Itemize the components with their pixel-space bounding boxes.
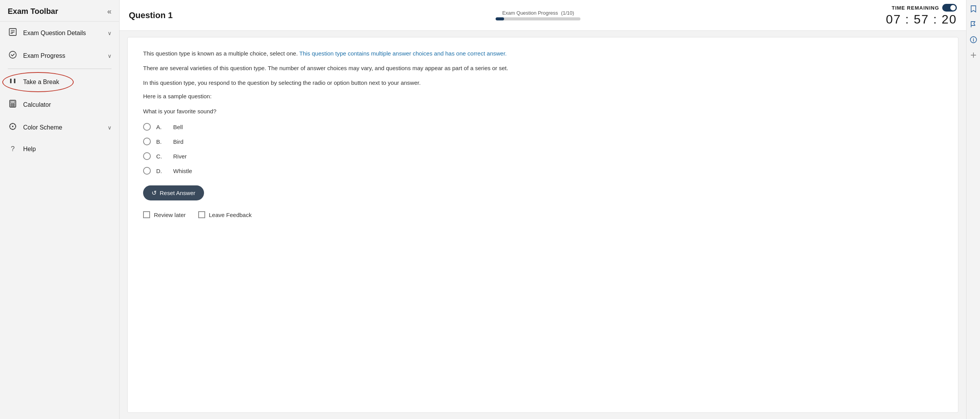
svg-point-15 <box>12 126 13 127</box>
option-c-text: River <box>173 153 187 160</box>
svg-line-22 <box>14 125 15 125</box>
option-a-radio[interactable] <box>143 123 151 131</box>
option-c[interactable]: C. River <box>143 152 943 160</box>
sidebar-item-calculator[interactable]: Calculator <box>0 93 119 116</box>
exam-question-details-chevron: ∨ <box>108 30 111 36</box>
progress-bar-track <box>496 17 580 20</box>
option-b-radio[interactable] <box>143 138 151 145</box>
svg-line-20 <box>11 125 11 125</box>
svg-rect-5 <box>14 79 15 83</box>
reset-answer-button[interactable]: ↺ Reset Answer <box>143 185 204 200</box>
svg-rect-11 <box>11 105 12 106</box>
svg-line-21 <box>14 128 15 128</box>
option-a-label: A. <box>156 124 168 130</box>
review-later-label: Review later <box>154 212 186 218</box>
svg-rect-10 <box>14 104 15 105</box>
option-a-text: Bell <box>173 124 183 130</box>
svg-line-23 <box>11 128 11 128</box>
collapse-icon[interactable]: « <box>107 7 111 16</box>
sidebar-title: Exam Toolbar <box>8 7 58 16</box>
sidebar-item-help[interactable]: ? Help <box>0 139 119 159</box>
svg-rect-13 <box>14 105 15 106</box>
option-b-label: B. <box>156 138 168 145</box>
plus-icon[interactable] <box>968 50 978 60</box>
sample-intro: Here is a sample question: <box>143 93 943 99</box>
svg-point-26 <box>973 38 974 39</box>
bookmark-icon[interactable] <box>968 4 978 14</box>
question-area: This question type is known as a multipl… <box>127 37 958 413</box>
review-later-checkbox[interactable] <box>143 211 150 218</box>
take-a-break-label: Take a Break <box>23 79 111 86</box>
color-scheme-icon <box>8 122 18 133</box>
svg-rect-4 <box>10 79 12 83</box>
question-instruction-2: There are several varieties of this ques… <box>143 64 943 73</box>
review-later-item[interactable]: Review later <box>143 211 186 218</box>
svg-rect-12 <box>12 105 13 106</box>
question-instruction-3: In this question type, you respond to th… <box>143 78 943 88</box>
question-title: Question 1 <box>129 10 191 20</box>
top-bar: Question 1 Exam Question Progress (1/10)… <box>120 0 966 31</box>
bottom-row: Review later Leave Feedback <box>143 211 943 218</box>
progress-label-row: Exam Question Progress (1/10) <box>502 10 574 16</box>
time-value: 07 : 57 : 20 <box>886 12 957 27</box>
take-a-break-icon <box>8 77 18 87</box>
leave-feedback-checkbox[interactable] <box>198 211 205 218</box>
time-area: TIME REMAINING 07 : 57 : 20 <box>886 4 957 27</box>
leave-feedback-item[interactable]: Leave Feedback <box>198 211 252 218</box>
sidebar-header: Exam Toolbar « <box>0 0 119 22</box>
exam-progress-chevron: ∨ <box>108 53 111 59</box>
question-instruction-1: This question type is known as a multipl… <box>143 49 943 58</box>
svg-rect-7 <box>11 101 15 103</box>
time-label-row: TIME REMAINING <box>892 4 957 12</box>
info-icon[interactable] <box>968 35 978 45</box>
reset-icon: ↺ <box>152 189 157 197</box>
exam-question-details-label: Exam Question Details <box>23 30 102 37</box>
sidebar: Exam Toolbar « Exam Question Details ∨ E… <box>0 0 120 419</box>
sidebar-item-exam-progress[interactable]: Exam Progress ∨ <box>0 44 119 67</box>
color-scheme-label: Color Scheme <box>23 124 102 131</box>
sidebar-item-exam-question-details[interactable]: Exam Question Details ∨ <box>0 22 119 44</box>
flag-icon[interactable] <box>968 19 978 29</box>
progress-fraction: (1/10) <box>561 10 574 16</box>
progress-bar-fill <box>496 17 504 20</box>
option-d-label: D. <box>156 168 168 174</box>
color-scheme-chevron: ∨ <box>108 125 111 131</box>
calculator-icon <box>8 99 18 110</box>
sidebar-item-take-a-break[interactable]: Take a Break <box>0 71 119 93</box>
sidebar-item-color-scheme[interactable]: Color Scheme ∨ <box>0 116 119 139</box>
exam-progress-icon <box>8 50 18 61</box>
time-toggle[interactable] <box>942 4 957 12</box>
main-content: Question 1 Exam Question Progress (1/10)… <box>120 0 966 419</box>
exam-question-details-icon <box>8 28 18 38</box>
progress-label-text: Exam Question Progress <box>502 10 558 16</box>
option-d[interactable]: D. Whistle <box>143 167 943 175</box>
question-text: What is your favorite sound? <box>143 108 943 114</box>
option-c-radio[interactable] <box>143 152 151 160</box>
calculator-label: Calculator <box>23 101 111 108</box>
sidebar-divider <box>8 69 111 69</box>
leave-feedback-label: Leave Feedback <box>209 212 252 218</box>
option-b-text: Bird <box>173 138 184 145</box>
option-a[interactable]: A. Bell <box>143 123 943 131</box>
svg-rect-9 <box>12 104 13 105</box>
svg-point-3 <box>9 51 16 58</box>
progress-area: Exam Question Progress (1/10) <box>198 10 878 20</box>
option-d-text: Whistle <box>173 168 192 174</box>
option-d-radio[interactable] <box>143 167 151 175</box>
help-icon: ? <box>8 145 18 153</box>
option-b[interactable]: B. Bird <box>143 138 943 145</box>
options-list: A. Bell B. Bird C. River D. Whistle <box>143 123 943 175</box>
time-label: TIME REMAINING <box>892 5 939 11</box>
help-label: Help <box>23 146 111 153</box>
right-sidebar <box>966 0 980 419</box>
svg-rect-8 <box>11 104 12 105</box>
exam-progress-label: Exam Progress <box>23 52 102 59</box>
reset-label: Reset Answer <box>160 190 196 196</box>
option-c-label: C. <box>156 153 168 160</box>
